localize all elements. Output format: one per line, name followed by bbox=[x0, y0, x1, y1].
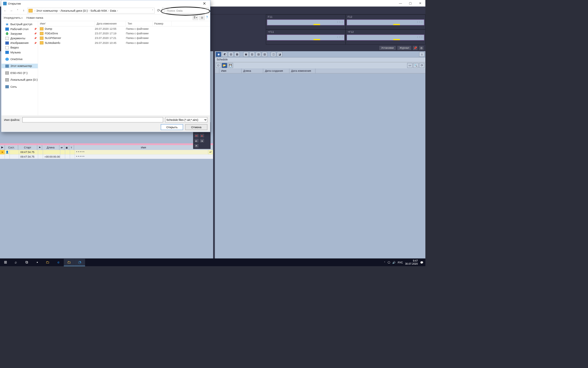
view-mode-button[interactable]: ≣ ▾ bbox=[193, 15, 198, 20]
tree-item[interactable]: Документы📌 bbox=[1, 36, 38, 40]
sched-tool2-icon[interactable]: ▥ bbox=[250, 52, 255, 57]
tray-chevron-icon[interactable]: ˄ bbox=[384, 261, 385, 264]
crumb-dropdown-icon[interactable]: ˅ bbox=[152, 9, 153, 12]
misc3-icon[interactable]: ◓ bbox=[194, 144, 199, 148]
tray-lang[interactable]: РУС bbox=[398, 261, 403, 264]
crumb-item[interactable]: Этот компьютер bbox=[36, 9, 58, 12]
pf12-cell[interactable]: +F12 bbox=[346, 29, 425, 44]
sched-search-icon[interactable]: 🔍 bbox=[413, 63, 418, 68]
skip-icon[interactable]: ⏭ bbox=[194, 133, 199, 138]
schedule-col-created[interactable]: Дата создания bbox=[263, 69, 289, 73]
crumb-item[interactable]: Локальный диск (D:) bbox=[60, 9, 88, 12]
crumb-item[interactable]: Data bbox=[110, 9, 116, 12]
sched-collapse-icon[interactable]: ⤓ bbox=[419, 52, 424, 57]
taskbar-terminal-icon[interactable]: ▪ bbox=[32, 259, 43, 266]
tree-item[interactable]: Изображения📌 bbox=[1, 40, 38, 45]
list-row[interactable]: SLMediaInfo29.07.2020 10:45Папка с файла… bbox=[38, 40, 210, 45]
tl-col-status[interactable]: Сост. bbox=[5, 145, 18, 150]
settings-button[interactable]: Установки bbox=[379, 45, 396, 50]
sched-tool3-icon[interactable]: ▧ bbox=[256, 52, 261, 57]
sched-tool5-icon[interactable]: ◫ bbox=[271, 52, 276, 57]
eject-icon[interactable]: ⏏ bbox=[200, 133, 205, 138]
tl-col-play-icon[interactable]: ▣ bbox=[64, 145, 69, 150]
tl-col-start[interactable]: Старт bbox=[18, 145, 37, 150]
help-icon[interactable]: ? bbox=[206, 15, 208, 20]
schedule-col-modified[interactable]: Дата изменения bbox=[289, 69, 315, 73]
sched-open-icon[interactable]: 📂 bbox=[222, 63, 227, 68]
f11-clip-bar[interactable] bbox=[267, 20, 345, 25]
tl-col-t-icon[interactable]: T bbox=[69, 145, 74, 150]
app-maximize-button[interactable]: ▢ bbox=[405, 0, 416, 7]
f12-cell[interactable]: F12 bbox=[346, 14, 425, 29]
tree-item[interactable]: Загрузки📌 bbox=[1, 31, 38, 36]
sched-page-icon[interactable]: ▭ bbox=[407, 63, 413, 68]
task-view-icon[interactable]: ⧉ bbox=[21, 259, 32, 266]
misc1-icon[interactable]: ◐ bbox=[194, 138, 199, 143]
sched-save-icon[interactable]: 💾 bbox=[228, 63, 233, 68]
taskbar-app-icon[interactable]: ◔ bbox=[74, 259, 85, 266]
sched-tool6-icon[interactable]: ◪ bbox=[277, 52, 282, 57]
sched-tool1-icon[interactable]: ▣ bbox=[243, 52, 248, 57]
taskbar-fileexplorer-icon[interactable]: 🗀 bbox=[64, 259, 74, 266]
tl-col-length[interactable]: Длина bbox=[42, 145, 59, 150]
dialog-close-button[interactable]: ✕ bbox=[200, 1, 208, 6]
misc2-icon[interactable]: ◑ bbox=[200, 138, 205, 143]
preview-pane-button[interactable]: ▤ bbox=[199, 15, 205, 20]
sched-view1-icon[interactable]: ◉ bbox=[216, 52, 221, 57]
sched-new-icon[interactable]: 🗋 bbox=[216, 63, 221, 68]
tray-notifications-icon[interactable]: 💬 bbox=[420, 261, 423, 264]
tree-item[interactable]: Музыка bbox=[1, 50, 38, 55]
timeline-row[interactable]: 09:47:34.75 =00:00:00.00 * * * * * bbox=[0, 154, 213, 159]
nav-up-button[interactable]: ↑ bbox=[21, 8, 26, 13]
tree-item[interactable]: Рабочий стол📌 bbox=[1, 27, 38, 31]
refresh-button[interactable]: ⟳ bbox=[156, 8, 161, 13]
col-name[interactable]: Имя bbox=[38, 21, 95, 26]
app-close-button[interactable]: ✕ bbox=[415, 0, 425, 7]
sched-tool4-icon[interactable]: ▨ bbox=[262, 52, 267, 57]
tl-col-marker[interactable]: ⯈ bbox=[0, 145, 5, 150]
pin-icon[interactable]: 📌 bbox=[413, 45, 418, 50]
journal-button[interactable]: Журнал bbox=[397, 45, 412, 50]
f12-clip-bar[interactable] bbox=[347, 20, 424, 25]
gear-icon[interactable]: ⚙ bbox=[419, 45, 424, 50]
schedule-tab[interactable]: Schedule bbox=[215, 57, 425, 62]
taskbar-edge-icon[interactable]: e bbox=[53, 259, 64, 266]
start-button[interactable]: ⊞ bbox=[0, 259, 11, 266]
list-row[interactable]: Dump28.07.2020 12:55Папка с файлами bbox=[38, 26, 210, 31]
cancel-button[interactable]: Отмена bbox=[185, 124, 207, 130]
sched-refresh-icon[interactable]: ⟳ bbox=[419, 63, 424, 68]
tree-item[interactable]: Этот компьютер bbox=[1, 64, 38, 68]
crumb-item[interactable]: SoftLab-NSK bbox=[90, 9, 107, 12]
dialog-titlebar[interactable]: Открытие ✕ bbox=[1, 0, 210, 7]
nav-forward-button[interactable]: → bbox=[9, 8, 14, 13]
nav-recent-dropdown[interactable]: ˅ bbox=[15, 8, 20, 13]
tray-clock[interactable]: 9:47 30.07.2020 bbox=[405, 259, 418, 265]
col-size[interactable]: Размер bbox=[153, 21, 172, 26]
tree-item[interactable]: Сеть bbox=[1, 84, 38, 89]
taskbar-search-icon[interactable]: ⌕ bbox=[11, 259, 21, 266]
list-row[interactable]: FDExtSrvs23.07.2020 17:19Папка с файлами bbox=[38, 31, 210, 36]
tl-col-shuffle-icon[interactable]: ⇄ bbox=[59, 145, 64, 150]
tl-col-name[interactable]: Имя bbox=[74, 145, 213, 150]
list-row[interactable]: SLGPIServer23.07.2020 17:21Папка с файла… bbox=[38, 36, 210, 40]
taskbar-explorer-icon[interactable]: 🗀 bbox=[43, 259, 53, 266]
schedule-col-length[interactable]: Длина bbox=[242, 69, 263, 73]
sched-view4-icon[interactable]: ▦ bbox=[234, 52, 239, 57]
timeline-row[interactable]: ➤ 👤 09:47:34.75 * * * * * ↵ bbox=[0, 150, 213, 154]
f11-cell[interactable]: F11 bbox=[266, 14, 345, 29]
pf11-clip-bar[interactable] bbox=[267, 35, 345, 40]
tl-row-return-icon[interactable]: ↵ bbox=[208, 150, 213, 154]
pf11-cell[interactable]: +F11 bbox=[266, 29, 345, 44]
col-date[interactable]: Дата изменения bbox=[95, 21, 126, 26]
pf12-clip-bar[interactable] bbox=[347, 35, 424, 40]
breadcrumb[interactable]: › Этот компьютер › Локальный диск (D:) ›… bbox=[28, 8, 155, 13]
organize-menu[interactable]: Упорядочить bbox=[4, 16, 23, 19]
tl-col-flag1[interactable]: ⚑ bbox=[37, 145, 42, 150]
nav-back-button[interactable]: ← bbox=[3, 8, 8, 13]
app-minimize-button[interactable]: — bbox=[395, 0, 405, 7]
newfolder-button[interactable]: Новая папка bbox=[26, 16, 43, 19]
sched-view2-icon[interactable]: ◩ bbox=[222, 52, 227, 57]
tree-item[interactable]: Видео bbox=[1, 45, 38, 50]
tray-monitor-icon[interactable]: 🖵 bbox=[388, 261, 390, 264]
tree-item[interactable]: Быстрый доступ bbox=[1, 22, 38, 27]
